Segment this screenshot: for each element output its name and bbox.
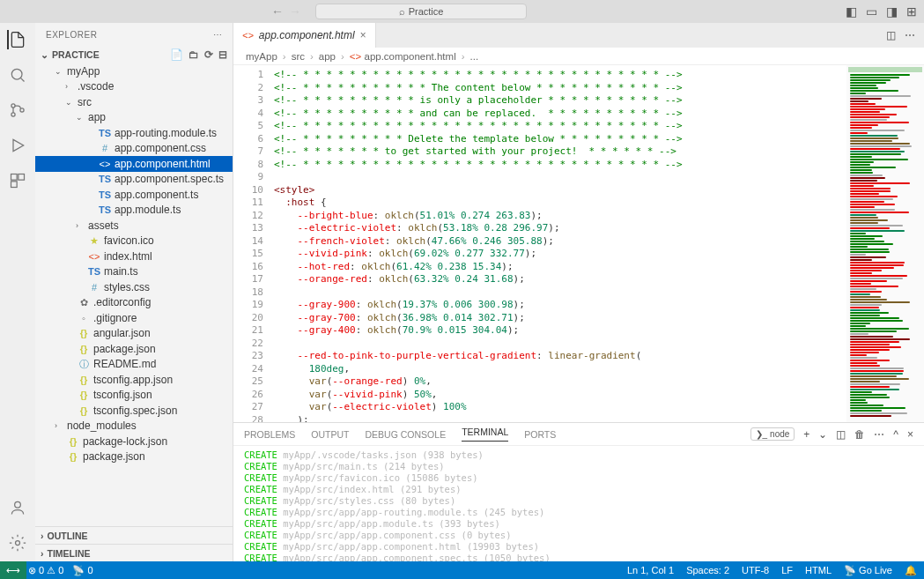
- code-line[interactable]: <!-- * * * * * * * * * * * * * * * * * *…: [274, 120, 846, 133]
- kill-terminal-icon[interactable]: 🗑: [854, 428, 865, 441]
- code-line[interactable]: <!-- * * * * * * * * * * is only a place…: [274, 94, 846, 108]
- code-line[interactable]: --orange-red: oklch(63.32% 0.24 31.68);: [274, 273, 846, 286]
- breadcrumb[interactable]: myApp›src›app›<> app.component.html›...: [233, 48, 924, 65]
- nav-forward-icon[interactable]: →: [289, 4, 301, 19]
- tree-item[interactable]: ✿.editorconfig: [35, 295, 233, 311]
- code-line[interactable]: <!-- * * * * * * * * * * * * * * * * * *…: [274, 69, 846, 82]
- tree-item[interactable]: {}tsconfig.spec.json: [35, 403, 233, 419]
- tree-item[interactable]: {}angular.json: [35, 326, 233, 342]
- code-line[interactable]: --red-to-pink-to-purple-vertical-gradien…: [274, 350, 846, 363]
- code-line[interactable]: [274, 171, 846, 184]
- code-line[interactable]: 180deg,: [274, 363, 846, 376]
- code-line[interactable]: --gray-700: oklch(36.98% 0.014 302.71);: [274, 312, 846, 325]
- breadcrumb-segment[interactable]: myApp: [246, 51, 277, 62]
- layout-right-icon[interactable]: ◨: [886, 4, 898, 19]
- tree-item[interactable]: ◦.gitignore: [35, 310, 233, 326]
- code-line[interactable]: <!-- * * * * * * * * * * and can be repl…: [274, 108, 846, 121]
- code-editor[interactable]: <!-- * * * * * * * * * * * * * * * * * *…: [274, 65, 846, 422]
- status-language[interactable]: HTML: [805, 565, 832, 575]
- settings-gear-icon[interactable]: [8, 533, 27, 553]
- tree-item[interactable]: {}package.json: [35, 449, 233, 465]
- tree-item[interactable]: TSapp.component.ts: [35, 187, 233, 203]
- code-line[interactable]: [274, 338, 846, 351]
- accounts-icon[interactable]: [8, 498, 27, 517]
- project-header[interactable]: ⌄ PRACTICE 📄 🗀 ⟳ ⊟: [35, 46, 233, 63]
- layout-bottom-icon[interactable]: ▭: [866, 4, 877, 19]
- status-cursor[interactable]: Ln 1, Col 1: [627, 565, 674, 575]
- tree-item[interactable]: ›node_modules: [35, 419, 233, 434]
- code-line[interactable]: --gray-400: oklch(70.9% 0.015 304.04);: [274, 324, 846, 338]
- explorer-icon[interactable]: [7, 30, 26, 49]
- run-debug-icon[interactable]: [8, 136, 27, 155]
- tree-item[interactable]: {}package-lock.json: [35, 434, 233, 449]
- tab-more-icon[interactable]: ⋯: [905, 29, 915, 41]
- layout-customize-icon[interactable]: ⊞: [906, 4, 917, 19]
- tree-item[interactable]: ⓘREADME.md: [35, 357, 233, 373]
- refresh-icon[interactable]: ⟳: [204, 48, 213, 61]
- tab-output[interactable]: OUTPUT: [311, 429, 349, 440]
- code-line[interactable]: <style>: [274, 184, 846, 197]
- tree-item[interactable]: TSmain.ts: [35, 264, 233, 280]
- terminal[interactable]: CREATE myApp/.vscode/tasks.json (938 byt…: [233, 446, 924, 561]
- breadcrumb-segment[interactable]: ...: [470, 51, 479, 62]
- minimap[interactable]: [846, 65, 924, 422]
- tree-item[interactable]: ›assets: [35, 218, 233, 234]
- tree-item[interactable]: #app.component.css: [35, 141, 233, 157]
- collapse-all-icon[interactable]: ⊟: [218, 48, 227, 61]
- status-errors[interactable]: ⊗ 0 ⚠ 0: [28, 565, 63, 576]
- breadcrumb-segment[interactable]: src: [292, 51, 305, 62]
- code-line[interactable]: );: [274, 414, 846, 423]
- close-tab-icon[interactable]: ×: [360, 29, 366, 41]
- remote-indicator[interactable]: ⟷: [0, 561, 26, 579]
- source-control-icon[interactable]: [8, 100, 27, 120]
- code-line[interactable]: <!-- * * * * * * * * * * * The content b…: [274, 82, 846, 95]
- tab-terminal[interactable]: TERMINAL: [462, 427, 508, 442]
- tree-item[interactable]: ⌄src: [35, 94, 233, 110]
- editor-tab[interactable]: <> app.component.html ×: [233, 23, 376, 48]
- tree-item[interactable]: TSapp.module.ts: [35, 203, 233, 219]
- code-line[interactable]: :host {: [274, 197, 846, 210]
- panel-more-icon[interactable]: ⋯: [874, 428, 884, 441]
- nav-back-icon[interactable]: ←: [271, 4, 284, 19]
- tree-item[interactable]: ›.vscode: [35, 79, 233, 95]
- code-line[interactable]: <!-- * * * * * * * to get started with y…: [274, 145, 846, 159]
- tree-item[interactable]: ★favicon.ico: [35, 234, 233, 249]
- breadcrumb-segment[interactable]: app: [319, 51, 336, 62]
- code-line[interactable]: --french-violet: oklch(47.66% 0.246 305.…: [274, 235, 846, 249]
- status-encoding[interactable]: UTF-8: [742, 565, 769, 575]
- code-line[interactable]: var(--orange-red) 0%,: [274, 375, 846, 389]
- split-editor-icon[interactable]: ◫: [886, 29, 896, 41]
- status-ports[interactable]: 📡 0: [72, 565, 92, 576]
- tree-item[interactable]: TSapp.component.spec.ts: [35, 172, 233, 188]
- tree-item[interactable]: TSapp-routing.module.ts: [35, 125, 233, 141]
- extensions-icon[interactable]: [8, 171, 27, 190]
- search-activity-icon[interactable]: [8, 65, 27, 85]
- explorer-more-icon[interactable]: ⋯: [213, 30, 223, 40]
- code-line[interactable]: --gray-900: oklch(19.37% 0.006 300.98);: [274, 299, 846, 312]
- tree-item[interactable]: #styles.css: [35, 279, 233, 295]
- code-line[interactable]: [274, 286, 846, 300]
- tree-item[interactable]: ⌄myApp: [35, 63, 233, 79]
- maximize-panel-icon[interactable]: ^: [893, 428, 898, 441]
- code-line[interactable]: <!-- * * * * * * * * * Delete the templa…: [274, 133, 846, 146]
- tree-item[interactable]: <>app.component.html: [35, 156, 233, 172]
- tree-item[interactable]: <>index.html: [35, 249, 233, 264]
- tab-debug-console[interactable]: DEBUG CONSOLE: [366, 429, 447, 440]
- tab-ports[interactable]: PORTS: [524, 429, 556, 440]
- new-folder-icon[interactable]: 🗀: [188, 48, 199, 61]
- status-indentation[interactable]: Spaces: 2: [686, 565, 729, 575]
- terminal-shell-chip[interactable]: ❯_node: [750, 427, 795, 441]
- command-center[interactable]: ⌕ Practice: [315, 4, 527, 19]
- tree-item[interactable]: {}tsconfig.json: [35, 388, 233, 404]
- code-line[interactable]: <!-- * * * * * * * * * * * * * * * * * *…: [274, 159, 846, 172]
- code-line[interactable]: --electric-violet: oklch(53.18% 0.28 296…: [274, 222, 846, 235]
- code-line[interactable]: --hot-red: oklch(61.42% 0.238 15.34);: [274, 261, 846, 274]
- close-panel-icon[interactable]: ×: [907, 428, 913, 441]
- status-golive[interactable]: 📡 Go Live: [844, 565, 892, 576]
- outline-section[interactable]: › OUTLINE: [35, 526, 233, 544]
- new-file-icon[interactable]: 📄: [170, 48, 183, 61]
- code-line[interactable]: var(--vivid-pink) 50%,: [274, 389, 846, 402]
- status-notifications-icon[interactable]: 🔔: [905, 565, 917, 576]
- code-line[interactable]: --vivid-pink: oklch(69.02% 0.277 332.77)…: [274, 248, 846, 261]
- tree-item[interactable]: ⌄app: [35, 110, 233, 126]
